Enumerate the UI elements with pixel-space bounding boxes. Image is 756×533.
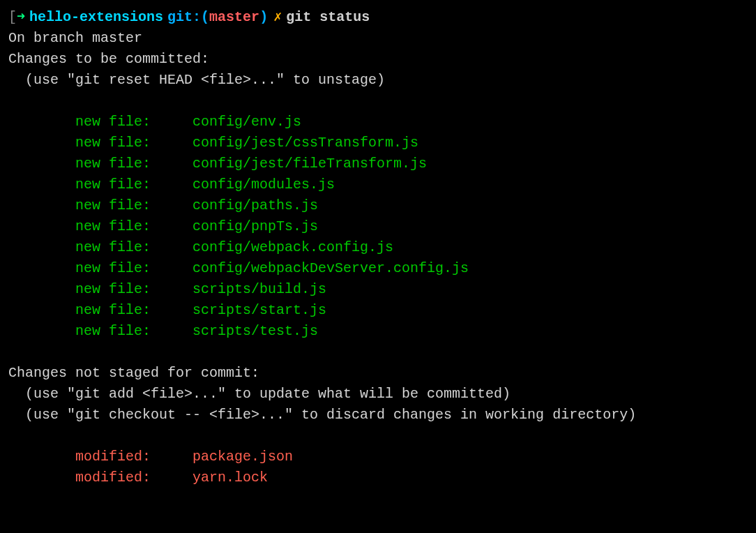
prompt-directory: hello-extensions xyxy=(29,7,163,28)
prompt-branch: master xyxy=(209,7,259,28)
unstaged-file-row: modified: yarn.lock xyxy=(8,467,748,488)
prompt-arrow-icon: ➜ xyxy=(17,7,25,28)
staged-file-row: new file: config/jest/cssTransform.js xyxy=(8,133,748,153)
prompt-git-prefix: git:( xyxy=(167,7,209,28)
branch-info: On branch master xyxy=(8,28,748,49)
staged-file-row: new file: config/paths.js xyxy=(8,195,748,216)
unstaged-file-row: modified: package.json xyxy=(8,446,748,467)
prompt-bracket: [ xyxy=(8,7,17,28)
staged-file-row: new file: config/env.js xyxy=(8,112,748,133)
staged-hint: (use "git reset HEAD <file>..." to unsta… xyxy=(8,70,748,91)
staged-file-row: new file: config/webpack.config.js xyxy=(8,237,748,258)
prompt-git-suffix: ) xyxy=(259,7,268,28)
staged-header: Changes to be committed: xyxy=(8,49,748,70)
unstaged-hint-checkout: (use "git checkout -- <file>..." to disc… xyxy=(8,405,748,426)
staged-file-row: new file: config/modules.js xyxy=(8,174,748,195)
unstaged-files-list: modified: package.jsonmodified: yarn.loc… xyxy=(8,446,748,488)
staged-file-row: new file: scripts/start.js xyxy=(8,300,748,321)
staged-file-row: new file: scripts/test.js xyxy=(8,321,748,342)
staged-files-list: new file: config/env.jsnew file: config/… xyxy=(8,112,748,342)
prompt-dirty-icon: ✗ xyxy=(273,7,282,28)
blank-spacer xyxy=(8,91,748,112)
unstaged-header: Changes not staged for commit: xyxy=(8,363,748,384)
staged-file-row: new file: config/pnpTs.js xyxy=(8,216,748,237)
unstaged-hint-add: (use "git add <file>..." to update what … xyxy=(8,384,748,405)
staged-file-row: new file: config/webpackDevServer.config… xyxy=(8,258,748,279)
blank-spacer xyxy=(8,426,748,446)
prompt-line[interactable]: [ ➜ hello-extensions git:(master) ✗ git … xyxy=(8,7,748,28)
blank-spacer xyxy=(8,342,748,363)
command-text: git status xyxy=(286,7,370,28)
staged-file-row: new file: scripts/build.js xyxy=(8,279,748,300)
staged-file-row: new file: config/jest/fileTransform.js xyxy=(8,153,748,174)
